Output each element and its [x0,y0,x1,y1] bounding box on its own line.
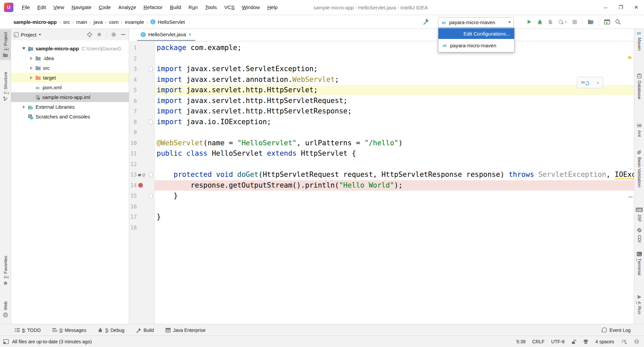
hide-icon[interactable] [121,32,125,37]
fold-marker-icon[interactable] [149,119,153,125]
line-number[interactable]: 8 [129,119,137,125]
collapse-all-icon[interactable] [97,32,102,37]
breadcrumb-item[interactable]: example [125,19,144,25]
run-icon[interactable] [527,19,532,24]
tree-row[interactable]: External Libraries [11,102,129,112]
maven-sync-icon[interactable]: m [581,79,590,86]
menu-vcs[interactable]: VCS [220,0,238,15]
menu-window[interactable]: Window [238,0,263,15]
chevron-right-icon[interactable] [29,57,34,60]
stripe-button-1-project[interactable]: 1: Project [0,30,11,60]
breadcrumb-item[interactable]: CHelloServlet [150,19,185,25]
toolwindow-button-build[interactable]: Build [136,328,154,333]
maximize-button[interactable]: ❐ [613,0,629,15]
build-hammer-icon[interactable] [422,18,429,25]
status-encoding[interactable]: UTF-8 [551,339,565,344]
status-caret-position[interactable]: 5:39 [516,339,525,344]
sync-help-icon[interactable]: ? [621,339,627,344]
project-view-selector[interactable]: Project [14,32,41,38]
line-number[interactable]: 17 [129,214,137,220]
fold-marker-icon[interactable] [149,193,153,198]
breadcrumb-item[interactable]: sample-micro-app [13,19,57,25]
tree-row[interactable]: mpom.xml [11,83,129,92]
line-number[interactable]: 7 [129,108,137,114]
run-configuration-select[interactable]: m payara-micro-maven [438,17,514,28]
stripe-button-database[interactable]: Database [634,73,644,99]
chevron-down-icon[interactable] [21,47,26,50]
override-method-gutter-icon[interactable]: @ [138,169,148,180]
toolwindow-button-6-todo[interactable]: 6: TODO [15,328,41,333]
tab-close-icon[interactable]: ✕ [189,32,192,37]
stripe-button-jsf[interactable]: JSFJSF [634,207,644,222]
stripe-button-maven[interactable]: mMaven [634,30,644,51]
close-icon[interactable]: ✕ [597,80,599,85]
line-number[interactable]: 1 [129,45,137,51]
breadcrumb-item[interactable]: com [109,19,118,25]
menu-analyze[interactable]: Analyze [114,0,140,15]
line-number[interactable]: 15 [129,193,137,199]
line-number[interactable]: 14 [129,182,137,189]
project-structure-icon[interactable] [588,19,594,24]
stripe-button-2-favorites[interactable]: 2: Favorites [0,256,11,286]
fold-marker-icon[interactable] [149,172,153,177]
line-number[interactable]: 6 [129,98,137,104]
line-number[interactable]: 2 [129,55,137,62]
error-stripe-warning-mark[interactable] [628,56,631,59]
profiler-icon[interactable] [558,19,567,25]
tree-row[interactable]: .idea [11,53,129,63]
line-number[interactable]: 12 [129,161,137,167]
tree-row[interactable]: sample-micro-appC:\Users\jGauravG [11,44,129,53]
line-number[interactable]: 4 [129,77,137,83]
debug-icon[interactable] [537,19,543,25]
tree-row[interactable]: src [11,63,129,73]
run-window-icon[interactable] [604,19,610,24]
chevron-right-icon[interactable] [29,66,34,70]
dropdown-item[interactable]: mpayara-micro-maven [438,40,514,51]
menu-file[interactable]: File [18,0,34,15]
menu-edit[interactable]: Edit [34,0,50,15]
tree-row[interactable]: sample-micro-app.iml [11,92,129,102]
breakpoint-icon[interactable] [138,180,148,191]
code-editor[interactable]: 1package com.example;23import javax.serv… [129,41,634,324]
line-number[interactable]: 18 [129,225,137,231]
chevron-right-icon[interactable] [21,105,26,109]
menu-tools[interactable]: Tools [201,0,220,15]
incognito-icon[interactable] [583,339,589,344]
chevron-right-icon[interactable] [29,76,34,80]
line-number[interactable]: 11 [129,150,137,157]
stripe-button-terminal[interactable]: Terminal [634,252,644,276]
menu-code[interactable]: Code [95,0,115,15]
status-line-ending[interactable]: CRLF [532,339,545,344]
menu-run[interactable]: Run [185,0,202,15]
line-number[interactable]: 9 [129,129,137,136]
line-number[interactable]: 5 [129,87,137,93]
tree-row[interactable]: target [11,73,129,83]
fold-marker-icon[interactable] [149,66,153,71]
event-log-button[interactable]: Event Log [601,327,631,333]
coverage-icon[interactable] [548,19,553,25]
status-indent[interactable]: 4 spaces [595,339,614,344]
line-number[interactable]: 16 [129,203,137,210]
menu-view[interactable]: View [50,0,68,15]
close-button[interactable]: ✕ [629,0,644,15]
unlock-icon[interactable] [571,339,576,344]
line-number[interactable]: 3 [129,66,137,72]
breadcrumb-item[interactable]: java [94,19,103,25]
stripe-button-web[interactable]: Web [0,301,11,317]
toolwindow-button-0-messages[interactable]: 0: Messages [52,328,86,333]
stripe-button-4-run[interactable]: 4: Run [634,295,644,314]
line-number[interactable]: 13 [129,171,137,178]
menu-build[interactable]: Build [166,0,184,15]
toolwindow-button-5-debug[interactable]: 5: Debug [98,328,124,333]
stripe-button-cdi[interactable]: CDI [634,228,644,242]
line-number[interactable]: 10 [129,140,137,146]
stripe-button-bean-validation[interactable]: Bean Validation [634,150,644,187]
stripe-button-7-structure[interactable]: 7: Structure [0,72,11,101]
breadcrumb-item[interactable]: main [76,19,87,25]
stop-icon[interactable] [572,19,577,24]
menu-navigate[interactable]: Navigate [68,0,95,15]
search-icon[interactable] [615,19,621,25]
minimize-button[interactable]: ─ [598,0,613,15]
menu-help[interactable]: Help [264,0,281,15]
breadcrumb-item[interactable]: src [63,19,70,25]
